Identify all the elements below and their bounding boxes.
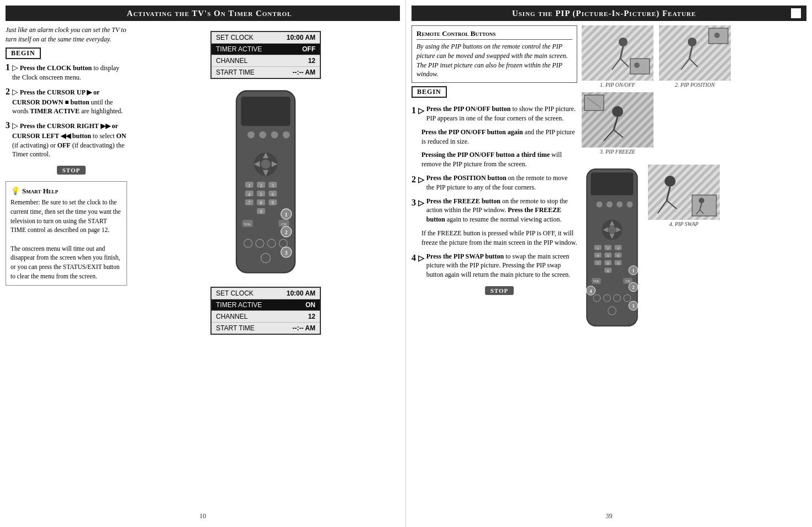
pip-step-3b-text: If the FREEZE button is pressed while PI… <box>421 229 577 247</box>
svg-point-2 <box>247 131 255 139</box>
pip-img-row-1: 1. PIP ON/OFF <box>582 25 806 88</box>
rcb-title: Remote Control Buttons <box>416 29 572 40</box>
pip-swap-img <box>648 165 720 220</box>
svg-point-11 <box>261 160 271 169</box>
svg-point-82 <box>627 202 633 208</box>
menu-row-set-clock-2: SET CLOCK 10:00 AM <box>212 288 320 299</box>
svg-rect-1 <box>241 97 290 126</box>
pip-step-3b: If the FREEZE button is pressed while PI… <box>421 229 577 247</box>
menu-row-start-time-1: START TIME --:-- AM <box>212 67 320 78</box>
svg-text:2: 2 <box>260 183 262 188</box>
pip-step-num-3: 3 ▷ <box>412 197 424 209</box>
left-image-column: SET CLOCK 10:00 AM TIMER ACTIVE OFF CHAN… <box>131 25 400 489</box>
menu-row-timer-active-1: TIMER ACTIVE OFF <box>212 44 320 55</box>
pip-step-1-text: Press the PIP ON/OFF button to show the … <box>426 104 577 123</box>
step-num-1: 1 <box>6 61 10 73</box>
svg-text:2: 2 <box>632 285 634 290</box>
pip-img-row-3: 1 2 3 4 5 6 7 8 <box>582 159 806 338</box>
svg-text:1: 1 <box>248 183 250 188</box>
svg-text:0: 0 <box>607 269 609 273</box>
remote-control-right: 1 2 3 4 5 6 7 8 <box>582 159 642 338</box>
pip-img-row-2: 3. PIP FREEZE <box>582 92 806 155</box>
right-header-title: Using the PIP (Picture-In-Picture) Featu… <box>417 9 791 18</box>
svg-point-5 <box>283 131 290 139</box>
step-2: 2 ▷ Press the CURSOR UP ▶ or CURSOR DOWN… <box>6 87 127 116</box>
smart-help-text: Remember: Be sure to set the clock to th… <box>10 198 122 281</box>
begin-box-right: BEGIN <box>412 86 447 98</box>
svg-text:CH: CH <box>626 280 630 283</box>
smart-help-box: 💡 Smart Help Remember: Be sure to set th… <box>6 181 127 286</box>
svg-text:8: 8 <box>260 201 262 205</box>
pip-step-num-2: 2 ▷ <box>412 173 424 186</box>
menu-row-start-time-2: START TIME --:-- AM <box>212 323 320 334</box>
svg-text:CH: CH <box>282 222 287 226</box>
pip-onoff-img <box>582 25 653 81</box>
pip-freeze-caption: 3. PIP FREEZE <box>600 149 635 155</box>
svg-text:VOL: VOL <box>593 280 600 283</box>
svg-point-51 <box>619 38 628 46</box>
pip-freeze-img <box>582 92 653 147</box>
pip-position-img <box>659 25 731 81</box>
pip-step-1c: Pressing the PIP ON/OFF button a third t… <box>421 150 577 169</box>
page-num-left: 10 <box>199 512 206 520</box>
pip-position-img-box: 2. PIP POSITION <box>659 25 731 88</box>
svg-point-130 <box>665 176 676 187</box>
pip-step-2-text: Press the POSITION button on the remote … <box>426 173 577 192</box>
rcb-intro-text: By using the PIP buttons on the remote c… <box>416 42 572 79</box>
menu-row-channel-2: CHANNEL 12 <box>212 311 320 323</box>
step-1-text: ▷ Press the CLOCK button to display the … <box>12 62 127 82</box>
pip-freeze-img-box: 3. PIP FREEZE <box>582 92 653 155</box>
right-header-square <box>791 8 801 18</box>
right-image-column: 1. PIP ON/OFF <box>582 25 806 338</box>
right-content: Remote Control Buttons By using the PIP … <box>412 25 806 338</box>
pip-step-3: 3 ▷ Press the FREEZE button on the remot… <box>412 197 577 224</box>
left-header-title: Activating the TV's On Timer Control <box>24 9 394 18</box>
step-3: 3 ▷ Press the CURSOR RIGHT ▶▶ or CURSOR … <box>6 120 127 159</box>
right-text-column: Remote Control Buttons By using the PIP … <box>412 25 577 338</box>
svg-text:5: 5 <box>607 254 609 257</box>
svg-rect-55 <box>630 59 650 74</box>
svg-text:1: 1 <box>597 246 599 250</box>
svg-point-4 <box>271 131 278 139</box>
svg-rect-78 <box>591 172 634 195</box>
svg-text:0: 0 <box>260 209 262 214</box>
stop-box-right: STOP <box>485 286 514 295</box>
svg-point-3 <box>259 131 266 139</box>
pip-step-4: 4 ▷ Press the PIP SWAP button to swap th… <box>412 252 577 280</box>
intro-text: Just like an alarm clock you can set the… <box>6 25 127 44</box>
pip-onoff-caption: 1. PIP ON/OFF <box>600 82 635 88</box>
pip-onoff-img-box: 1. PIP ON/OFF <box>582 25 653 88</box>
svg-point-80 <box>607 202 613 208</box>
svg-text:3: 3 <box>632 304 634 309</box>
svg-point-88 <box>608 226 616 234</box>
svg-text:2: 2 <box>607 246 609 250</box>
svg-text:2: 2 <box>285 229 288 235</box>
svg-text:4: 4 <box>589 289 592 294</box>
remote-control-left: 1 2 3 4 5 6 7 8 9 <box>230 88 302 278</box>
right-header: Using the PIP (Picture-In-Picture) Featu… <box>412 6 806 21</box>
pip-step-4-text: Press the PIP SWAP button to swap the ma… <box>426 252 577 280</box>
svg-text:3: 3 <box>272 183 274 188</box>
left-page: Activating the TV's On Timer Control Jus… <box>0 0 406 527</box>
pip-step-1b: Press the PIP ON/OFF button again and th… <box>421 128 577 146</box>
svg-point-56 <box>634 62 640 68</box>
pip-step-2: 2 ▷ Press the POSITION button on the rem… <box>412 173 577 192</box>
svg-point-81 <box>616 202 623 208</box>
header-square-left <box>11 8 21 18</box>
menu-mockup-1: SET CLOCK 10:00 AM TIMER ACTIVE OFF CHAN… <box>210 31 321 79</box>
smart-help-title: 💡 Smart Help <box>10 186 122 196</box>
step-num-3: 3 <box>6 119 10 131</box>
svg-point-135 <box>699 198 704 203</box>
bulb-icon: 💡 <box>10 186 20 196</box>
begin-box-left: BEGIN <box>6 48 41 59</box>
remote-svg-left: 1 2 3 4 5 6 7 8 9 <box>230 88 302 276</box>
step-num-2: 2 <box>6 86 10 98</box>
svg-text:8: 8 <box>607 261 609 265</box>
page-num-right: 39 <box>606 512 613 520</box>
svg-text:1: 1 <box>285 212 288 218</box>
left-text-column: Just like an alarm clock you can set the… <box>6 25 127 489</box>
menu-row-timer-active-2: TIMER ACTIVE ON <box>212 299 320 311</box>
stop-box-left: STOP <box>57 166 86 175</box>
pip-step-num-1: 1 ▷ <box>412 104 424 117</box>
menu-row-channel-1: CHANNEL 12 <box>212 55 320 67</box>
